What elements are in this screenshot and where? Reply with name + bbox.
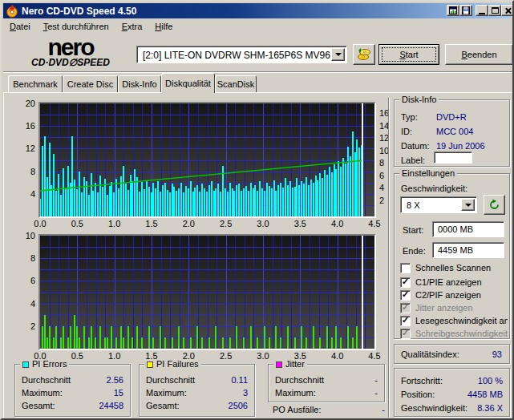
position-label: Position: [401,390,435,399]
disk-info-title: Disk-Info [399,95,439,105]
checkbox-row-3[interactable]: Jitter anzeigen [400,302,508,313]
stat-value: 3 [243,388,248,398]
tab-label: Disk-Info [122,79,156,89]
save-results-button[interactable] [459,5,472,16]
menubar: DateiTest durchführenExtraHilfe [3,18,511,35]
checkbox[interactable] [400,303,411,313]
show-graph-button[interactable] [447,5,459,16]
chevron-down-icon [335,53,342,56]
drive-select-value: [2:0] LITE-ON DVDRW SHM-165P6S MV96 [143,50,330,61]
disk-id-value: MCC 004 [436,127,504,136]
refresh-button[interactable] [484,195,505,215]
disk-label-field[interactable] [434,151,472,164]
eject-button[interactable] [353,44,375,65]
speed-select-dropdown-button[interactable] [461,199,475,211]
tab-benchmark[interactable]: Benchmark [8,75,63,92]
floppy-icon [462,6,470,14]
series-color-swatch [22,361,29,368]
start-button[interactable]: Start [378,44,439,65]
stat-rows: Durchschnitt2.56Maximum:15Gesamt:24458 [22,374,123,412]
stat-value: 24458 [99,401,123,410]
checkbox-row-5[interactable]: Schreibgeschwindigkeit anzeigen [400,328,508,339]
checkbox-row-1[interactable]: C1/PIE anzeigen [400,277,508,288]
checkbox[interactable] [400,263,411,273]
eject-disc-icon [357,47,371,62]
stat-row: Maximum:3 [146,386,248,399]
stat-box-legend: Jitter [273,359,307,370]
stat-rows: Durchschnitt0.11Maximum:3Gesamt:2506 [146,374,248,412]
menu-item-extra[interactable]: Extra [115,19,149,34]
stat-row: Maximum:- [275,386,378,399]
speed-label: Geschwindigkeit: [401,184,467,193]
stat-box-legend: PI Errors [20,359,69,370]
current-speed-label: Geschwindigkeit: [401,403,467,413]
stat-value: - [374,375,378,385]
drive-select[interactable]: [2:0] LITE-ON DVDRW SHM-165P6S MV96 [136,46,347,63]
bottom-chart-left-tick: 4 [13,299,35,309]
bottom-chart-left-tick: 8 [13,253,35,263]
top-chart-x-tick: 3.5 [288,219,312,228]
checkbox[interactable] [400,290,411,301]
chart-top-plot [40,103,374,216]
tab-scandisk[interactable]: ScanDisk [215,75,257,92]
po-failures-value: - [382,405,385,414]
stat-label: Maximum: [275,388,316,398]
top-chart-x-tick: 4.5 [362,219,387,228]
checkbox[interactable] [400,277,411,288]
stat-label: Gesamt: [146,401,180,410]
stat-label: Durchschnitt [22,375,71,385]
cdvdspeed-logo-text: CD·DVD∅SPEED [21,57,120,68]
checkbox-label: C2/PIF anzeigen [415,290,481,300]
disk-type-label: Typ: [401,112,436,122]
progress-value: 100 % [478,376,503,386]
checkbox-row-4[interactable]: Lesegeschwindigkeit anzeigen [400,315,508,326]
top-chart-x-tick: 3.0 [251,219,275,228]
menu-item-test-durchf-hren[interactable]: Test durchführen [37,19,115,34]
tab-label: Create Disc [67,79,113,89]
nero-logo: nero CD·DVD∅SPEED [21,37,120,68]
tab-diskqualit-t[interactable]: Diskqualität [161,73,215,93]
header-divider [3,71,514,73]
scan-end-field[interactable]: 4459 MB [432,242,504,258]
top-chart-x-tick: 2.0 [176,219,200,228]
stat-box-jitter: JitterDurchschnitt-Maximum:- [268,364,385,402]
start-button-label: Start [399,50,418,59]
top-chart-left-tick: 16 [13,121,35,131]
pi-errors-chart [38,102,376,218]
position-value: 4458 MB [467,390,503,399]
checkbox-row-2[interactable]: C2/PIF anzeigen [400,289,508,301]
checkbox[interactable] [400,316,411,326]
stat-row: Gesamt:2506 [146,399,248,412]
speed-select[interactable]: 8 X [400,196,477,213]
speed-select-value: 8 X [407,200,420,210]
checkbox[interactable] [400,329,411,339]
quality-index-value: 93 [492,349,502,359]
tab-disk-info[interactable]: Disk-Info [118,75,161,92]
minimize-button[interactable] [476,5,488,16]
stat-row: Durchschnitt0.11 [146,374,248,386]
stat-label: Maximum: [22,388,63,398]
po-failures-row: PO Ausfälle: - [273,405,385,414]
close-icon [504,7,512,14]
tab-label: Diskqualität [165,79,211,88]
app-icon [6,5,18,18]
bottom-chart-x-tick: 3.0 [251,351,275,361]
menu-item-datei[interactable]: Datei [3,19,37,34]
progress-label: Fortschritt: [401,376,443,386]
progress-panel: Fortschritt:100 % Position:4458 MB Gesch… [394,368,510,417]
menu-item-hilfe[interactable]: Hilfe [148,19,179,34]
stat-box-pi-failures: PI FailuresDurchschnitt0.11Maximum:3Gesa… [139,364,255,417]
maximize-button[interactable] [488,5,501,16]
settings-title: Einstellungen [399,168,457,179]
drive-select-dropdown-button[interactable] [331,48,345,61]
quit-button[interactable]: Beenden [445,44,513,65]
top-chart-x-tick: 4.0 [326,219,350,228]
stat-label: Durchschnitt [275,375,324,385]
chevron-down-icon [465,204,472,207]
top-chart-left-tick: 20 [13,99,35,108]
close-button[interactable] [501,5,514,16]
tab-create-disc[interactable]: Create Disc [63,75,118,92]
nero-logo-text: nero [21,37,120,57]
scan-start-field[interactable]: 0000 MB [432,221,504,237]
checkbox-row-0[interactable]: Schnelles Scannen [400,262,508,273]
